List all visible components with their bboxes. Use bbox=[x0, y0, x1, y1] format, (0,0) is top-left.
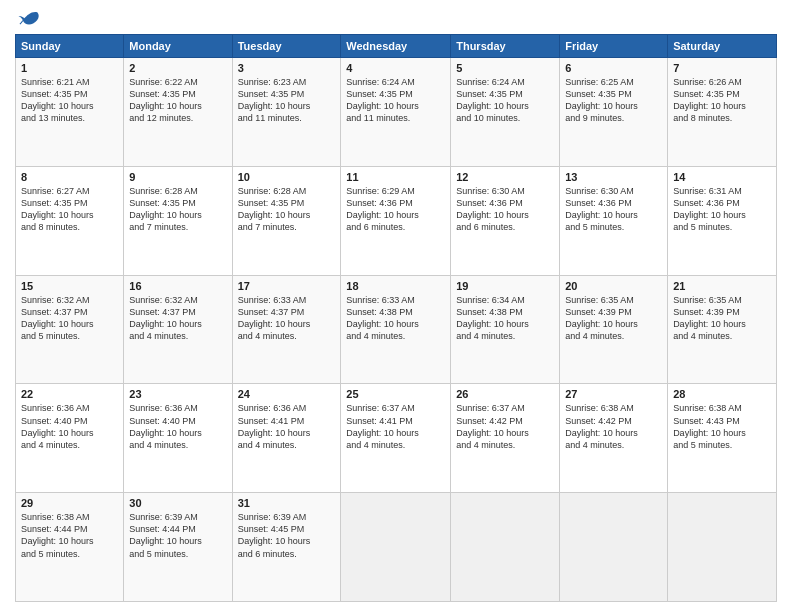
day-info: Sunrise: 6:37 AM Sunset: 4:41 PM Dayligh… bbox=[346, 402, 445, 451]
day-number: 19 bbox=[456, 280, 554, 292]
day-info: Sunrise: 6:22 AM Sunset: 4:35 PM Dayligh… bbox=[129, 76, 226, 125]
day-number: 4 bbox=[346, 62, 445, 74]
calendar-cell: 6Sunrise: 6:25 AM Sunset: 4:35 PM Daylig… bbox=[560, 58, 668, 167]
logo-text bbox=[15, 10, 39, 28]
day-info: Sunrise: 6:32 AM Sunset: 4:37 PM Dayligh… bbox=[21, 294, 118, 343]
calendar-cell bbox=[341, 493, 451, 602]
calendar-cell: 20Sunrise: 6:35 AM Sunset: 4:39 PM Dayli… bbox=[560, 275, 668, 384]
calendar-cell: 12Sunrise: 6:30 AM Sunset: 4:36 PM Dayli… bbox=[451, 166, 560, 275]
day-info: Sunrise: 6:21 AM Sunset: 4:35 PM Dayligh… bbox=[21, 76, 118, 125]
logo bbox=[15, 10, 39, 28]
calendar-week-row: 29Sunrise: 6:38 AM Sunset: 4:44 PM Dayli… bbox=[16, 493, 777, 602]
weekday-header: Sunday bbox=[16, 35, 124, 58]
calendar-cell: 21Sunrise: 6:35 AM Sunset: 4:39 PM Dayli… bbox=[668, 275, 777, 384]
day-info: Sunrise: 6:39 AM Sunset: 4:44 PM Dayligh… bbox=[129, 511, 226, 560]
day-info: Sunrise: 6:33 AM Sunset: 4:37 PM Dayligh… bbox=[238, 294, 336, 343]
day-info: Sunrise: 6:34 AM Sunset: 4:38 PM Dayligh… bbox=[456, 294, 554, 343]
calendar-cell: 9Sunrise: 6:28 AM Sunset: 4:35 PM Daylig… bbox=[124, 166, 232, 275]
day-number: 16 bbox=[129, 280, 226, 292]
calendar-cell: 1Sunrise: 6:21 AM Sunset: 4:35 PM Daylig… bbox=[16, 58, 124, 167]
calendar-cell: 13Sunrise: 6:30 AM Sunset: 4:36 PM Dayli… bbox=[560, 166, 668, 275]
day-info: Sunrise: 6:36 AM Sunset: 4:41 PM Dayligh… bbox=[238, 402, 336, 451]
day-info: Sunrise: 6:31 AM Sunset: 4:36 PM Dayligh… bbox=[673, 185, 771, 234]
calendar-cell: 4Sunrise: 6:24 AM Sunset: 4:35 PM Daylig… bbox=[341, 58, 451, 167]
header bbox=[15, 10, 777, 28]
day-info: Sunrise: 6:28 AM Sunset: 4:35 PM Dayligh… bbox=[238, 185, 336, 234]
weekday-header: Saturday bbox=[668, 35, 777, 58]
calendar-cell: 26Sunrise: 6:37 AM Sunset: 4:42 PM Dayli… bbox=[451, 384, 560, 493]
day-info: Sunrise: 6:24 AM Sunset: 4:35 PM Dayligh… bbox=[346, 76, 445, 125]
calendar-cell: 30Sunrise: 6:39 AM Sunset: 4:44 PM Dayli… bbox=[124, 493, 232, 602]
day-info: Sunrise: 6:35 AM Sunset: 4:39 PM Dayligh… bbox=[673, 294, 771, 343]
calendar-cell: 28Sunrise: 6:38 AM Sunset: 4:43 PM Dayli… bbox=[668, 384, 777, 493]
day-info: Sunrise: 6:33 AM Sunset: 4:38 PM Dayligh… bbox=[346, 294, 445, 343]
day-number: 8 bbox=[21, 171, 118, 183]
day-number: 5 bbox=[456, 62, 554, 74]
day-info: Sunrise: 6:30 AM Sunset: 4:36 PM Dayligh… bbox=[565, 185, 662, 234]
weekday-header: Friday bbox=[560, 35, 668, 58]
day-number: 18 bbox=[346, 280, 445, 292]
day-info: Sunrise: 6:29 AM Sunset: 4:36 PM Dayligh… bbox=[346, 185, 445, 234]
calendar-week-row: 22Sunrise: 6:36 AM Sunset: 4:40 PM Dayli… bbox=[16, 384, 777, 493]
day-number: 24 bbox=[238, 388, 336, 400]
day-info: Sunrise: 6:27 AM Sunset: 4:35 PM Dayligh… bbox=[21, 185, 118, 234]
day-number: 3 bbox=[238, 62, 336, 74]
calendar-cell: 19Sunrise: 6:34 AM Sunset: 4:38 PM Dayli… bbox=[451, 275, 560, 384]
calendar-week-row: 1Sunrise: 6:21 AM Sunset: 4:35 PM Daylig… bbox=[16, 58, 777, 167]
day-number: 31 bbox=[238, 497, 336, 509]
calendar-cell bbox=[451, 493, 560, 602]
day-number: 20 bbox=[565, 280, 662, 292]
day-number: 13 bbox=[565, 171, 662, 183]
day-info: Sunrise: 6:39 AM Sunset: 4:45 PM Dayligh… bbox=[238, 511, 336, 560]
calendar-cell: 7Sunrise: 6:26 AM Sunset: 4:35 PM Daylig… bbox=[668, 58, 777, 167]
day-number: 25 bbox=[346, 388, 445, 400]
calendar-cell: 27Sunrise: 6:38 AM Sunset: 4:42 PM Dayli… bbox=[560, 384, 668, 493]
day-number: 29 bbox=[21, 497, 118, 509]
calendar-cell bbox=[668, 493, 777, 602]
day-number: 27 bbox=[565, 388, 662, 400]
calendar-cell: 8Sunrise: 6:27 AM Sunset: 4:35 PM Daylig… bbox=[16, 166, 124, 275]
day-number: 11 bbox=[346, 171, 445, 183]
calendar-cell: 18Sunrise: 6:33 AM Sunset: 4:38 PM Dayli… bbox=[341, 275, 451, 384]
calendar-cell: 22Sunrise: 6:36 AM Sunset: 4:40 PM Dayli… bbox=[16, 384, 124, 493]
calendar-cell: 23Sunrise: 6:36 AM Sunset: 4:40 PM Dayli… bbox=[124, 384, 232, 493]
calendar-cell: 2Sunrise: 6:22 AM Sunset: 4:35 PM Daylig… bbox=[124, 58, 232, 167]
day-number: 9 bbox=[129, 171, 226, 183]
day-number: 15 bbox=[21, 280, 118, 292]
day-info: Sunrise: 6:36 AM Sunset: 4:40 PM Dayligh… bbox=[129, 402, 226, 451]
calendar-header-row: SundayMondayTuesdayWednesdayThursdayFrid… bbox=[16, 35, 777, 58]
day-info: Sunrise: 6:28 AM Sunset: 4:35 PM Dayligh… bbox=[129, 185, 226, 234]
day-number: 14 bbox=[673, 171, 771, 183]
day-info: Sunrise: 6:23 AM Sunset: 4:35 PM Dayligh… bbox=[238, 76, 336, 125]
day-number: 17 bbox=[238, 280, 336, 292]
page: SundayMondayTuesdayWednesdayThursdayFrid… bbox=[0, 0, 792, 612]
day-number: 28 bbox=[673, 388, 771, 400]
day-info: Sunrise: 6:37 AM Sunset: 4:42 PM Dayligh… bbox=[456, 402, 554, 451]
day-number: 7 bbox=[673, 62, 771, 74]
calendar-body: 1Sunrise: 6:21 AM Sunset: 4:35 PM Daylig… bbox=[16, 58, 777, 602]
day-number: 23 bbox=[129, 388, 226, 400]
day-info: Sunrise: 6:38 AM Sunset: 4:43 PM Dayligh… bbox=[673, 402, 771, 451]
weekday-header: Wednesday bbox=[341, 35, 451, 58]
calendar-cell: 10Sunrise: 6:28 AM Sunset: 4:35 PM Dayli… bbox=[232, 166, 341, 275]
day-info: Sunrise: 6:32 AM Sunset: 4:37 PM Dayligh… bbox=[129, 294, 226, 343]
day-number: 30 bbox=[129, 497, 226, 509]
calendar-cell: 24Sunrise: 6:36 AM Sunset: 4:41 PM Dayli… bbox=[232, 384, 341, 493]
calendar-cell: 25Sunrise: 6:37 AM Sunset: 4:41 PM Dayli… bbox=[341, 384, 451, 493]
day-info: Sunrise: 6:36 AM Sunset: 4:40 PM Dayligh… bbox=[21, 402, 118, 451]
calendar-cell: 15Sunrise: 6:32 AM Sunset: 4:37 PM Dayli… bbox=[16, 275, 124, 384]
day-number: 1 bbox=[21, 62, 118, 74]
calendar-cell: 29Sunrise: 6:38 AM Sunset: 4:44 PM Dayli… bbox=[16, 493, 124, 602]
day-number: 21 bbox=[673, 280, 771, 292]
calendar-cell: 14Sunrise: 6:31 AM Sunset: 4:36 PM Dayli… bbox=[668, 166, 777, 275]
day-info: Sunrise: 6:38 AM Sunset: 4:42 PM Dayligh… bbox=[565, 402, 662, 451]
calendar-week-row: 8Sunrise: 6:27 AM Sunset: 4:35 PM Daylig… bbox=[16, 166, 777, 275]
day-number: 10 bbox=[238, 171, 336, 183]
calendar-cell: 31Sunrise: 6:39 AM Sunset: 4:45 PM Dayli… bbox=[232, 493, 341, 602]
day-number: 26 bbox=[456, 388, 554, 400]
weekday-header: Tuesday bbox=[232, 35, 341, 58]
calendar-cell: 5Sunrise: 6:24 AM Sunset: 4:35 PM Daylig… bbox=[451, 58, 560, 167]
calendar-table: SundayMondayTuesdayWednesdayThursdayFrid… bbox=[15, 34, 777, 602]
day-number: 12 bbox=[456, 171, 554, 183]
logo-bird-icon bbox=[17, 10, 39, 28]
